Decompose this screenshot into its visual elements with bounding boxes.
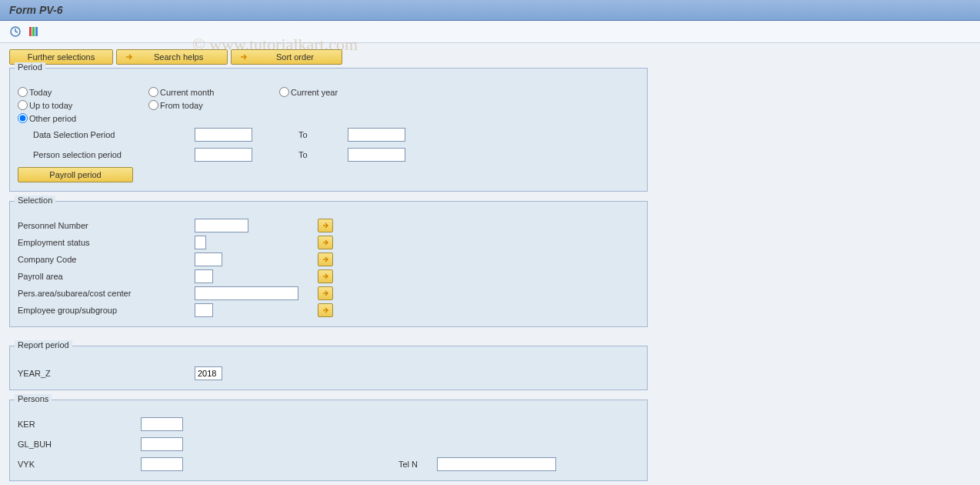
period-group: Period Today Current month Current year …	[9, 68, 648, 192]
ker-label: KER	[18, 420, 141, 429]
group-legend: Persons	[15, 394, 52, 403]
personnel-number-multi-button[interactable]	[318, 219, 333, 232]
employment-status-label: Employment status	[18, 238, 195, 247]
group-legend: Selection	[15, 196, 55, 205]
radio-current-month[interactable]: Current month	[148, 87, 279, 97]
pers-area-multi-button[interactable]	[318, 286, 333, 300]
svg-rect-3	[29, 27, 32, 36]
vyk-input[interactable]	[141, 457, 183, 471]
arrow-right-icon	[322, 306, 329, 314]
radio-current-year[interactable]: Current year	[279, 87, 410, 97]
year-z-label: YEAR_Z	[18, 369, 195, 378]
radio-from-today-input[interactable]	[148, 100, 158, 110]
radio-today-input[interactable]	[18, 87, 28, 97]
year-z-input[interactable]	[195, 366, 222, 380]
persons-group: Persons KER GL_BUH VYK Tel N	[9, 400, 648, 481]
arrow-right-icon	[322, 222, 329, 229]
radio-label: Current month	[160, 88, 214, 97]
radio-other-period-input[interactable]	[18, 113, 28, 123]
to-label: To	[298, 150, 345, 159]
radio-label: Current year	[291, 88, 338, 97]
radio-current-year-input[interactable]	[279, 87, 289, 97]
execute-icon[interactable]	[9, 25, 22, 38]
svg-line-2	[15, 32, 18, 32]
title-bar: Form PV-6	[0, 0, 980, 21]
ker-input[interactable]	[141, 417, 183, 431]
payroll-area-multi-button[interactable]	[318, 269, 333, 283]
svg-rect-5	[35, 27, 38, 36]
radio-label: Up to today	[29, 101, 72, 110]
radio-label: From today	[160, 101, 203, 110]
sort-order-button[interactable]: Sort order	[231, 49, 342, 65]
list-icon[interactable]	[28, 25, 40, 38]
data-selection-period-label: Data Selection Period	[18, 130, 195, 139]
personnel-number-label: Personnel Number	[18, 221, 195, 230]
gl-buh-label: GL_BUH	[18, 440, 141, 449]
person-selection-from-input[interactable]	[195, 148, 252, 162]
svg-rect-4	[32, 27, 35, 36]
pers-area-input[interactable]	[195, 286, 298, 300]
button-label: Further selections	[28, 52, 95, 62]
data-selection-to-input[interactable]	[348, 128, 405, 142]
company-code-input[interactable]	[195, 253, 222, 266]
tel-n-input[interactable]	[437, 457, 556, 471]
arrow-right-icon	[322, 289, 329, 297]
arrow-right-icon	[239, 53, 248, 61]
page-title: Form PV-6	[9, 4, 63, 16]
toolbar	[0, 21, 980, 43]
report-period-group: Report period YEAR_Z	[9, 346, 648, 390]
vyk-label: VYK	[18, 460, 141, 469]
button-row: Further selections Search helps Sort ord…	[9, 49, 971, 65]
data-selection-from-input[interactable]	[195, 128, 252, 142]
button-label: Search helps	[154, 52, 203, 62]
selection-group: Selection Personnel Number Employment st…	[9, 201, 648, 327]
payroll-area-label: Payroll area	[18, 272, 195, 281]
payroll-period-button[interactable]: Payroll period	[18, 167, 133, 182]
search-helps-button[interactable]: Search helps	[116, 49, 228, 65]
radio-up-to-today[interactable]: Up to today	[18, 100, 148, 110]
content-area: Further selections Search helps Sort ord…	[0, 43, 980, 485]
person-selection-to-input[interactable]	[348, 148, 405, 162]
arrow-right-icon	[322, 256, 329, 263]
employee-group-label: Employee group/subgroup	[18, 306, 195, 315]
arrow-right-icon	[322, 273, 329, 280]
tel-n-label: Tel N	[398, 460, 437, 469]
employee-group-multi-button[interactable]	[318, 303, 333, 317]
gl-buh-input[interactable]	[141, 437, 183, 451]
radio-label: Today	[29, 88, 52, 97]
radio-label: Other period	[29, 114, 76, 123]
arrow-right-icon	[322, 239, 329, 246]
personnel-number-input[interactable]	[195, 219, 248, 232]
radio-today[interactable]: Today	[18, 87, 148, 97]
arrow-right-icon	[125, 53, 134, 61]
radio-from-today[interactable]: From today	[148, 100, 279, 110]
radio-current-month-input[interactable]	[148, 87, 158, 97]
company-code-label: Company Code	[18, 255, 195, 264]
pers-area-label: Pers.area/subarea/cost center	[18, 289, 195, 298]
person-selection-period-label: Person selection period	[18, 150, 195, 159]
button-label: Sort order	[276, 52, 314, 62]
group-legend: Period	[15, 62, 45, 72]
employment-status-input[interactable]	[195, 236, 206, 249]
radio-other-period[interactable]: Other period	[18, 113, 148, 123]
to-label: To	[298, 130, 345, 139]
payroll-area-input[interactable]	[195, 269, 213, 283]
employee-group-input[interactable]	[195, 303, 213, 317]
button-label: Payroll period	[49, 170, 101, 179]
group-legend: Report period	[15, 340, 72, 350]
radio-up-to-today-input[interactable]	[18, 100, 28, 110]
employment-status-multi-button[interactable]	[318, 236, 333, 249]
company-code-multi-button[interactable]	[318, 253, 333, 266]
